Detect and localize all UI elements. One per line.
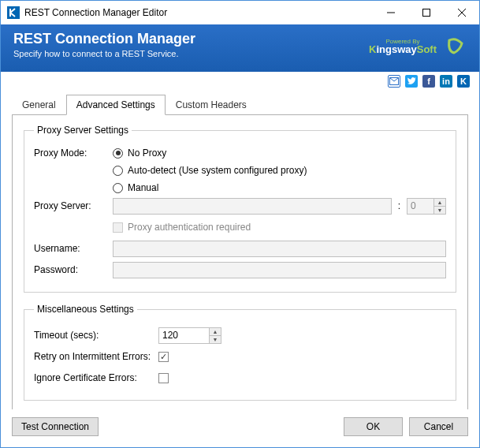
proxy-server-input (113, 198, 392, 215)
proxy-auth-label: Proxy authentication required (128, 222, 251, 233)
ignore-cert-label: Ignore Certificate Errors: (34, 372, 158, 383)
proxy-legend: Proxy Server Settings (34, 125, 132, 136)
timeout-label: Timeout (secs): (34, 330, 158, 341)
mail-icon[interactable] (388, 75, 400, 88)
radio-icon (113, 148, 123, 159)
proxy-server-settings-group: Proxy Server Settings Proxy Mode: No Pro… (24, 125, 456, 293)
minimize-button[interactable] (373, 1, 408, 24)
radio-icon (113, 183, 123, 193)
ignore-cert-checkbox[interactable] (158, 373, 169, 383)
radio-icon (113, 166, 123, 176)
radio-auto-detect[interactable]: Auto-detect (Use system configured proxy… (113, 165, 307, 176)
timeout-spin-down[interactable]: ▼ (209, 335, 221, 343)
username-input (113, 241, 446, 257)
header-banner: REST Connection Manager Specify how to c… (1, 24, 479, 72)
button-bar: Test Connection OK Cancel (1, 409, 479, 447)
facebook-icon[interactable]: f (422, 75, 435, 88)
radio-no-proxy[interactable]: No Proxy (113, 147, 307, 159)
svg-rect-2 (422, 9, 430, 17)
tab-general[interactable]: General (12, 95, 66, 115)
window-titlebar: REST Connection Manager Editor (1, 1, 479, 24)
proxy-mode-label: Proxy Mode: (34, 147, 113, 159)
maximize-button[interactable] (408, 1, 444, 24)
tab-content: Proxy Server Settings Proxy Mode: No Pro… (12, 114, 468, 413)
tab-custom-headers[interactable]: Custom Headers (166, 95, 257, 115)
tab-advanced-settings[interactable]: Advanced Settings (66, 95, 166, 115)
app-icon (7, 6, 20, 19)
social-row: f in K (1, 72, 479, 91)
retry-label: Retry on Intermittent Errors: (34, 351, 158, 362)
ok-button[interactable]: OK (344, 417, 403, 436)
port-spin-down: ▼ (433, 206, 445, 214)
tab-row: General Advanced Settings Custom Headers (1, 91, 479, 114)
misc-legend: Miscellaneous Settings (34, 304, 137, 315)
proxy-auth-checkbox (113, 222, 123, 233)
swoosh-icon (445, 35, 467, 58)
retry-checkbox[interactable] (158, 352, 169, 362)
close-button[interactable] (444, 1, 479, 24)
test-connection-button[interactable]: Test Connection (12, 417, 99, 436)
kingswaysoft-icon[interactable]: K (457, 75, 470, 88)
window-title: REST Connection Manager Editor (24, 7, 373, 18)
twitter-icon[interactable] (405, 75, 418, 88)
brand-logo: Powered By KingswaySoft (369, 38, 437, 55)
svg-rect-0 (7, 6, 20, 19)
linkedin-icon[interactable]: in (440, 75, 452, 88)
cancel-button[interactable]: Cancel (409, 417, 468, 436)
banner-subtitle: Specify how to connect to a REST Service… (13, 49, 195, 58)
timeout-spin-up[interactable]: ▲ (209, 328, 221, 335)
username-label: Username: (34, 243, 113, 254)
misc-settings-group: Miscellaneous Settings Timeout (secs): ▲… (24, 304, 456, 401)
port-separator: : (392, 200, 407, 211)
password-label: Password: (34, 264, 113, 275)
banner-heading: REST Connection Manager (13, 31, 195, 47)
password-input (113, 262, 446, 278)
radio-manual[interactable]: Manual (113, 182, 307, 193)
proxy-server-label: Proxy Server: (34, 200, 113, 211)
port-spin-up: ▲ (433, 199, 445, 206)
